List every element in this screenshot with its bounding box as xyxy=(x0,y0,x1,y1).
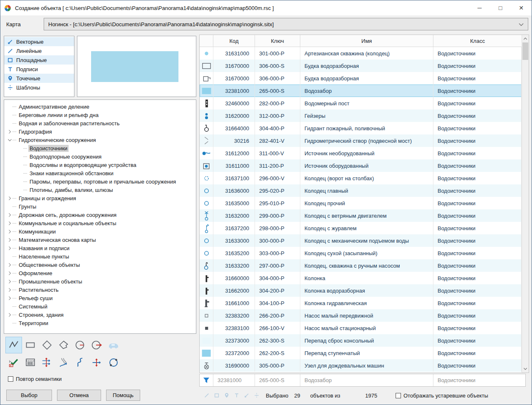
tree-item[interactable]: Оформление xyxy=(4,269,196,277)
table-row[interactable]: 31633200 297-000-P Колодец, скважина с р… xyxy=(200,259,529,272)
scrollbar-thumb[interactable] xyxy=(522,42,528,60)
table-scrollbar[interactable] xyxy=(522,35,529,373)
select-button[interactable]: Выбор xyxy=(6,390,52,401)
vector-icon xyxy=(6,38,14,45)
table-row[interactable]: 31661000 304-100-P Колонка гидравлическа… xyxy=(200,297,529,309)
tree-item[interactable]: Растительность xyxy=(4,286,196,294)
tree-item[interactable]: Общественные объекты xyxy=(4,261,196,269)
close-button[interactable]: ✕ xyxy=(511,0,532,15)
diamond-tool-button[interactable] xyxy=(39,337,55,353)
table-row[interactable]: 32373000 262-300-S Перепад сброс консоль… xyxy=(200,334,529,347)
cross-section-tool-button[interactable] xyxy=(39,354,55,371)
car-tool-button[interactable] xyxy=(105,337,122,353)
help-button[interactable]: Помощь xyxy=(106,390,140,401)
table-row[interactable]: 31690000 305-000-P Узел для дождевальных… xyxy=(200,359,529,372)
repeat-semantics-checkbox[interactable] xyxy=(8,376,13,382)
filter-key-field[interactable]: 265-000-S xyxy=(255,374,300,386)
circle-points-tool-button[interactable] xyxy=(105,354,122,371)
polyline-tool-button[interactable] xyxy=(5,337,22,353)
object-type-item-template[interactable]: Шаблоны xyxy=(4,83,74,92)
table-row[interactable]: 31636000 295-020-P Колодец главный Водои… xyxy=(200,184,529,197)
tree-item[interactable]: Границы и ограждения xyxy=(4,194,196,202)
filter-code-field[interactable]: 32381000 xyxy=(213,374,255,386)
cancel-button[interactable]: Отмена xyxy=(57,390,101,401)
tree-item[interactable]: Гидрография xyxy=(4,127,196,136)
tree-item[interactable]: Промышленные объекты xyxy=(4,277,196,286)
tree-item[interactable]: Грунты xyxy=(4,202,196,211)
filter-funnel-icon[interactable] xyxy=(200,374,213,386)
table-row[interactable]: 31660000 304-000-P Колонка Водоисточники xyxy=(200,272,529,284)
object-type-item-text[interactable]: Подписи xyxy=(4,65,74,74)
circle-arrow-tool-button[interactable] xyxy=(89,337,105,353)
minimize-button[interactable]: ─ xyxy=(469,0,490,15)
object-type-item-area[interactable]: Площадные xyxy=(4,55,74,65)
table-row[interactable]: 31635200 303-000-P Колодец сухой (засыпа… xyxy=(200,247,529,259)
column-header-key[interactable]: Ключ xyxy=(255,35,300,47)
table-row[interactable]: 32460000 282-000-P Водомерный пост Водои… xyxy=(200,97,529,109)
table-row[interactable]: 30216 282-401-V Гидрометрический створ (… xyxy=(200,134,529,147)
column-header-code[interactable]: Код xyxy=(213,35,255,47)
object-type-item-vector[interactable]: Векторные xyxy=(4,37,74,46)
table-row[interactable]: 31637200 298-000-P Колодец с журавлем Во… xyxy=(200,222,529,234)
tree-item[interactable]: Коммуникации xyxy=(4,227,196,236)
double-slash-icon xyxy=(201,135,212,147)
road-spline-tool-button[interactable] xyxy=(55,354,72,371)
scroll-up-icon[interactable] xyxy=(522,35,529,42)
tree-item[interactable]: Коммунальные и социальные объекты xyxy=(4,219,196,227)
column-header-class[interactable]: Класс xyxy=(433,35,522,47)
table-row[interactable]: 31662000 304-200-P Колонка водоразборная… xyxy=(200,284,529,297)
column-header-symbol[interactable] xyxy=(200,35,213,47)
tree-item[interactable]: Рельеф суши xyxy=(4,294,196,302)
filter-class-field[interactable]: Водоисточники xyxy=(433,374,525,386)
table-row[interactable]: 31620000 312-000-P Гейзеры Водоисточники xyxy=(200,109,529,122)
table-row[interactable]: 31635000 295-010-P Колодец прочий Водоис… xyxy=(200,197,529,209)
map-combobox[interactable]: Ногинск - [c:\Users\Public\Documents\Pan… xyxy=(44,18,528,30)
tree-item[interactable]: Плотины, дамбы, валики, шлюзы xyxy=(4,186,196,194)
table-row[interactable]: 31637100 296-000-V Колодец (ворот на сто… xyxy=(200,172,529,184)
filter-name-field[interactable]: Водозабор xyxy=(300,374,433,386)
tree-item[interactable]: Строения, здания xyxy=(4,311,196,319)
table-row[interactable]: 32383200 266-200-P Насос малый передвижн… xyxy=(200,309,529,322)
maximize-button[interactable]: □ xyxy=(490,0,511,15)
object-type-item-line[interactable]: Линейные xyxy=(4,46,74,55)
tree-item[interactable]: Математическая основа карты xyxy=(4,236,196,244)
tree-item[interactable]: Знаки навигационной обстановки xyxy=(4,169,196,177)
table-row[interactable]: 31611000 311-200-P Источник оборудованны… xyxy=(200,159,529,172)
table-row[interactable]: 31612000 311-000-V Источник необорудован… xyxy=(200,147,529,159)
tree-item[interactable]: Паромы, переправы, портовые и причальные… xyxy=(4,177,196,186)
apply-semantics-tool-button[interactable] xyxy=(5,354,22,371)
polygon-tool-button[interactable] xyxy=(55,337,72,353)
square-flag-icon xyxy=(201,73,212,84)
chevron-down-icon xyxy=(7,137,12,143)
table-row[interactable]: 32381000 265-000-S Водозабор Водоисточни… xyxy=(200,84,529,97)
object-type-item-point[interactable]: Точечные xyxy=(4,74,74,83)
table-row[interactable]: 32383100 266-100-V Насос малый стационар… xyxy=(200,322,529,334)
table-row[interactable]: 31670000 306-000-S Будка водоразборная В… xyxy=(200,60,529,72)
table-row[interactable]: 31633000 300-000-P Колодец с механически… xyxy=(200,234,529,247)
tree-item[interactable]: Территории xyxy=(4,319,196,327)
tree-item[interactable]: Населенные пункты xyxy=(4,252,196,261)
tree-item[interactable]: Дорожная сеть, дорожные сооружения xyxy=(4,211,196,219)
scroll-down-icon[interactable] xyxy=(522,365,529,372)
axis-cross-tool-button[interactable] xyxy=(89,354,105,371)
curve-tool-button[interactable] xyxy=(72,354,89,371)
tree-item[interactable]: Системный xyxy=(4,302,196,311)
show-obsolete-checkbox[interactable] xyxy=(396,393,401,398)
tree-item[interactable]: Водоисточники xyxy=(4,144,196,152)
table-row[interactable]: 31670000 306-000-P Будка водоразборная В… xyxy=(200,72,529,84)
tree-item[interactable]: Береговые линии и рельеф дна xyxy=(4,111,196,119)
table-row[interactable]: 31631000 301-000-P Артезианская скважина… xyxy=(200,47,529,60)
tree-item[interactable]: Административное деление xyxy=(4,102,196,111)
tree-item[interactable]: Водосливы и водопроводящие устройства xyxy=(4,161,196,169)
circle-radius-tool-button[interactable] xyxy=(72,337,89,353)
tree-item[interactable]: Гидротехнические сооружения xyxy=(4,136,196,144)
column-header-name[interactable]: Имя xyxy=(300,35,433,47)
table-row[interactable]: 31632000 299-000-P Колодец с ветряным дв… xyxy=(200,209,529,222)
rectangle-tool-button[interactable] xyxy=(22,337,39,353)
table-row[interactable]: 32372000 262-200-S Перепад ступенчатый В… xyxy=(200,347,529,359)
table-input-tool-button[interactable] xyxy=(22,354,39,371)
tree-item[interactable]: Названия и подписи xyxy=(4,244,196,252)
tree-item[interactable]: Водная и заболоченная растительность xyxy=(4,119,196,127)
tree-item[interactable]: Водоподпорные сооружения xyxy=(4,152,196,161)
table-row[interactable]: 31664000 304-400-P Гидрант пожарный, пол… xyxy=(200,122,529,134)
